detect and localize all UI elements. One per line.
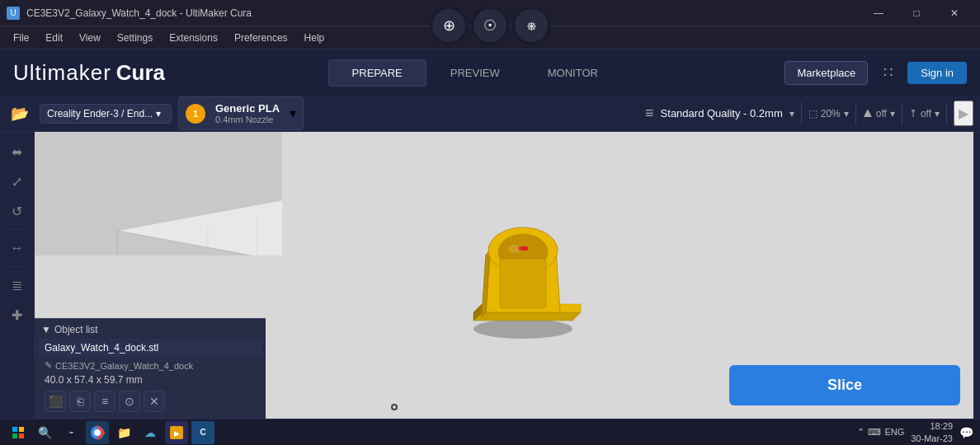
menu-settings[interactable]: Settings [111,29,159,47]
printer-dropdown-icon: ▾ [156,108,161,119]
svg-point-54 [508,245,521,253]
taskview-button[interactable]: ⁃ [59,421,82,444]
photos-taskbar-icon[interactable]: ▶ [165,421,188,444]
material-dropdown-icon: ▾ [290,105,296,121]
menu-help[interactable]: Help [298,29,332,47]
dbapp-taskbar-icon[interactable]: ☁ [139,421,162,444]
signin-button[interactable]: Sign in [907,62,967,84]
material-selector[interactable]: 1 Generic PLA 0.4mm Nozzle ▾ [178,96,304,130]
object-info-row: ✎ CE3E3V2_Galaxy_Watch_4_dock [38,358,262,372]
taskbar-system-icons: ⌃ ⌨ ENG [857,427,904,438]
logo-product: Cura [116,60,165,86]
menu-preferences[interactable]: Preferences [228,29,294,47]
app-icon: U [7,7,20,20]
settings-expand-button[interactable]: ▶ [954,101,973,126]
quality-text: Standard Quality - 0.2mm [661,107,783,119]
header: Ultimaker Cura PREPARE PREVIEW MONITOR M… [0,49,980,96]
slice-button[interactable]: Slice [729,365,960,405]
files-taskbar-icon[interactable]: 📁 [112,421,135,444]
supports-dropdown-icon: ▾ [890,108,895,119]
clock-date: 30-Mar-23 [911,433,953,444]
menu-file[interactable]: File [7,29,35,47]
supports-selector[interactable]: ⯅ off ▾ [863,108,895,119]
tab-preview[interactable]: PREVIEW [426,59,524,87]
svg-marker-45 [474,312,581,321]
material-badge: 1 [186,104,205,124]
svg-rect-55 [12,427,17,432]
tool-separator-1 [6,229,29,230]
chrome-taskbar-icon[interactable] [86,421,109,444]
supports-icon: ⯅ [863,108,873,119]
per-model-settings-button[interactable]: ≣ [4,272,31,298]
dimensions-text: 40.0 x 57.4 x 59.7 mm [45,374,143,386]
maximize-button[interactable]: □ [898,0,935,26]
cura-taskbar-icon[interactable]: C [191,421,214,444]
clock[interactable]: 18:29 30-Mar-23 [911,420,953,444]
menu-view[interactable]: View [73,29,107,47]
3d-model [449,176,597,341]
window-controls[interactable]: — □ ✕ [860,0,973,26]
svg-point-60 [94,429,101,436]
slice-area: Slice [729,365,960,405]
keyboard-button[interactable]: ⎈ [512,7,550,44]
rotate-tool-button[interactable]: ↺ [4,198,31,224]
svg-rect-58 [19,433,24,438]
open-file-button[interactable]: 📂 [7,101,33,127]
delete-obj-btn[interactable]: ✕ [144,391,165,412]
remote-desktop-button[interactable]: ☉ [471,7,509,44]
adhesion-selector[interactable]: ⤒ off ▾ [909,108,940,119]
taskbar-left: 🔍 ⁃ 📁 ☁ ▶ C [7,421,214,444]
object-file-item[interactable]: Galaxy_Watch_4_dock.stl [38,339,262,357]
edit-icon: ✎ [45,360,52,371]
merge-obj-btn[interactable]: ⊙ [119,391,140,412]
right-panel [973,132,980,419]
grid-background [35,132,282,255]
cursor [391,404,398,410]
svg-rect-52 [500,259,546,308]
collapse-icon: ▼ [41,324,51,335]
support-blocker-button[interactable]: ✚ [4,302,31,328]
object-list-header[interactable]: ▼ Object list [38,322,262,337]
up-arrow-icon[interactable]: ⌃ [857,427,865,438]
tab-prepare[interactable]: PREPARE [328,59,426,87]
array-obj-btn[interactable]: ≡ [94,391,115,412]
search-taskbar-button[interactable]: 🔍 [33,421,56,444]
svg-rect-56 [19,427,24,432]
supports-label: off [876,108,887,119]
printer-name: Creality Ender-3 / End... [47,108,153,119]
quality-selector[interactable]: ≡ Standard Quality - 0.2mm ▾ [645,105,794,122]
material-sub: 0.4mm Nozzle [215,115,280,124]
mirror-tool-button[interactable]: ↔ [4,235,31,261]
nav-tabs: PREPARE PREVIEW MONITOR [328,59,622,87]
marketplace-button[interactable]: Marketplace [784,61,868,85]
duplicate-obj-btn[interactable]: ⎗ [69,391,91,412]
adhesion-label: off [921,108,931,119]
menu-edit[interactable]: Edit [39,29,69,47]
viewport[interactable]: ▼ Object list Galaxy_Watch_4_dock.stl ✎ … [35,132,973,419]
window-title: CE3E3V2_Galaxy_Watch_4_dock - UltiMaker … [26,7,252,19]
infill-dropdown-icon: ▾ [844,108,849,119]
svg-point-44 [474,319,572,339]
infill-icon: ⬚ [808,108,817,119]
tab-monitor[interactable]: MONITOR [524,59,622,87]
per-model-settings-obj-btn[interactable]: ⬛ [45,391,66,412]
infill-selector[interactable]: ⬚ 20% ▾ [808,108,849,119]
grid-icon-button[interactable]: ∷ [874,59,901,86]
minimize-button[interactable]: — [860,0,898,26]
scale-tool-button[interactable]: ⤢ [4,168,31,194]
keyboard-layout-icon: ⌨ [868,427,881,438]
start-button[interactable] [7,421,30,444]
printer-selector[interactable]: Creality Ender-3 / End... ▾ [40,104,172,124]
toolbar-divider-3 [902,102,902,125]
zoom-remote-button[interactable]: ⊕ [430,7,468,44]
object-edit-label: CE3E3V2_Galaxy_Watch_4_dock [55,361,193,371]
adhesion-icon: ⤒ [909,108,917,119]
close-button[interactable]: ✕ [935,0,973,26]
move-tool-button[interactable]: ⬌ [4,138,31,165]
material-info: Generic PLA 0.4mm Nozzle [209,99,286,128]
adhesion-dropdown-icon: ▾ [935,108,940,119]
title-bar-left: U CE3E3V2_Galaxy_Watch_4_dock - UltiMake… [7,7,252,20]
notification-icon[interactable]: 💬 [959,426,973,439]
svg-text:▶: ▶ [174,429,180,438]
menu-extensions[interactable]: Extensions [163,29,224,47]
